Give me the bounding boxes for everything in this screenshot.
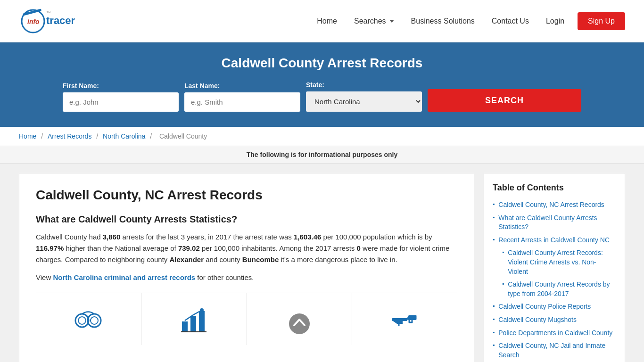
stats-text-1: Caldwell County had <box>36 233 101 241</box>
gun-icon <box>388 303 421 336</box>
breadcrumb-home[interactable]: Home <box>19 132 36 140</box>
icon-cell-stats <box>141 293 247 345</box>
nav-business[interactable]: Business Solutions <box>407 15 479 28</box>
first-name-group: First Name: <box>63 82 179 112</box>
first-name-label: First Name: <box>63 82 179 90</box>
breadcrumb-county: Caldwell County <box>159 132 207 140</box>
toc-item-2: Recent Arrests in Caldwell County NC <box>493 236 616 245</box>
nav-login[interactable]: Login <box>542 15 568 28</box>
breadcrumb-sep-1: / <box>41 132 45 140</box>
stats-heading: What are Caldwell County Arrests Statist… <box>36 214 457 225</box>
svg-point-7 <box>88 314 101 327</box>
breadcrumb-arrest-records[interactable]: Arrest Records <box>48 132 91 140</box>
stats-paragraph: Caldwell County had 3,860 arrests for th… <box>36 231 457 265</box>
stats-text-3: per 100,000 population which is by <box>323 233 432 241</box>
nav-contact[interactable]: Contact Us <box>488 15 533 28</box>
last-name-group: Last Name: <box>184 82 300 112</box>
stats-text-2: arrests for the last 3 years, in 2017 th… <box>122 233 291 241</box>
arrests-count: 3,860 <box>103 233 121 241</box>
stats-text-7: and county <box>206 255 240 263</box>
breadcrumb-sep-2: / <box>96 132 100 140</box>
toc-item-5: Caldwell County Police Reports <box>493 302 616 312</box>
state-label: State: <box>306 81 422 89</box>
handcuffs-icon <box>72 303 105 336</box>
sidebar-toc: Table of Contents Caldwell County, NC Ar… <box>484 173 625 362</box>
search-form: First Name: Last Name: State: North Caro… <box>63 81 581 112</box>
nav-home[interactable]: Home <box>313 15 341 28</box>
nav-links: Home Searches Business Solutions Contact… <box>313 12 625 30</box>
svg-point-5 <box>75 314 89 327</box>
breadcrumb-sep-3: / <box>150 132 154 140</box>
county1: Alexander <box>170 255 204 263</box>
state-select[interactable]: North Carolina Alabama Alaska Arizona Ca… <box>306 91 422 112</box>
toc-link-1[interactable]: What are Caldwell County Arrests Statist… <box>498 214 616 232</box>
toc-item-7: Police Departments in Caldwell County <box>493 329 616 338</box>
svg-point-6 <box>78 317 86 324</box>
search-button[interactable]: SEARCH <box>428 89 581 112</box>
arrest-rate: 1,603.46 <box>294 233 321 241</box>
svg-rect-11 <box>190 316 196 332</box>
searches-chevron-icon <box>389 20 394 23</box>
navbar: info tracer ™ Home Searches Business Sol… <box>0 0 644 42</box>
toc-item-1: What are Caldwell County Arrests Statist… <box>493 214 616 232</box>
main-content: Caldwell County, NC Arrest Records What … <box>0 164 644 362</box>
nc-records-link[interactable]: North Carolina criminal and arrest recor… <box>53 273 197 281</box>
svg-text:info: info <box>27 18 40 25</box>
svg-rect-12 <box>199 311 205 332</box>
toc-sublist: Caldwell County Arrest Records: Violent … <box>502 248 616 298</box>
icon-cell-scroll <box>247 293 353 345</box>
last-name-input[interactable] <box>184 92 300 112</box>
toc-item-8: Caldwell County, NC Jail and Inmate Sear… <box>493 341 616 360</box>
last-name-label: Last Name: <box>184 82 300 90</box>
toc-link-0[interactable]: Caldwell County, NC Arrest Records <box>498 200 604 210</box>
view-paragraph: View North Carolina criminal and arrest … <box>36 272 457 283</box>
article: Caldwell County, NC Arrest Records What … <box>19 173 474 362</box>
svg-text:tracer: tracer <box>46 15 75 26</box>
icon-cell-arrests <box>36 293 141 345</box>
svg-point-15 <box>289 313 310 334</box>
higher-pct: 116.97% <box>36 244 64 252</box>
hero-title: Caldwell County Arrest Records <box>19 56 625 71</box>
state-group: State: North Carolina Alabama Alaska Ari… <box>306 81 422 112</box>
icon-cell-gun <box>352 293 457 345</box>
view-text-prefix: View <box>36 273 51 281</box>
nav-searches[interactable]: Searches <box>350 15 398 28</box>
view-text-suffix: for other counties. <box>197 273 254 281</box>
article-title: Caldwell County, NC Arrest Records <box>36 188 457 203</box>
toc-item-6: Caldwell County Mugshots <box>493 315 616 325</box>
toc-item-3: Caldwell County Arrest Records: Violent … <box>502 248 616 276</box>
svg-point-13 <box>200 308 204 312</box>
toc-link-4[interactable]: Caldwell County Arrest Records by type f… <box>508 280 616 298</box>
toc-link-3[interactable]: Caldwell County Arrest Records: Violent … <box>508 248 616 276</box>
toc-link-6[interactable]: Caldwell County Mugshots <box>498 315 577 325</box>
logo[interactable]: info tracer ™ <box>19 6 104 36</box>
icon-row <box>36 293 457 345</box>
toc-link-2[interactable]: Recent Arrests in Caldwell County NC <box>498 236 610 245</box>
breadcrumb-state[interactable]: North Carolina <box>103 132 145 140</box>
scroll-up-icon <box>283 303 316 336</box>
national-avg: 739.02 <box>178 244 200 252</box>
toc-link-7[interactable]: Police Departments in Caldwell County <box>498 329 612 338</box>
violent-count: 0 <box>357 244 361 252</box>
info-notice: The following is for informational purpo… <box>0 146 644 164</box>
stats-text-5: per 100,000 inhabitants. Among the 2017 … <box>202 244 355 252</box>
svg-rect-17 <box>408 316 416 320</box>
county2: Buncombe <box>242 255 279 263</box>
bar-chart-icon <box>177 303 210 336</box>
svg-point-8 <box>91 317 98 324</box>
toc-item-0: Caldwell County, NC Arrest Records <box>493 200 616 210</box>
svg-rect-16 <box>392 318 407 321</box>
svg-rect-10 <box>182 321 188 332</box>
breadcrumb: Home / Arrest Records / North Carolina /… <box>0 127 644 146</box>
toc-link-8[interactable]: Caldwell County, NC Jail and Inmate Sear… <box>498 341 616 360</box>
toc-list: Caldwell County, NC Arrest Records What … <box>493 200 616 360</box>
svg-text:™: ™ <box>46 10 51 16</box>
stats-text-4: higher than the National average of <box>66 244 176 252</box>
stats-text-8: it's a more dangerous place to live in. <box>281 255 397 263</box>
toc-heading: Table of Contents <box>493 183 616 193</box>
toc-item-4: Caldwell County Arrest Records by type f… <box>502 280 616 298</box>
first-name-input[interactable] <box>63 92 179 112</box>
hero-section: Caldwell County Arrest Records First Nam… <box>0 42 644 127</box>
nav-signup[interactable]: Sign Up <box>578 12 625 30</box>
toc-link-5[interactable]: Caldwell County Police Reports <box>498 302 591 312</box>
